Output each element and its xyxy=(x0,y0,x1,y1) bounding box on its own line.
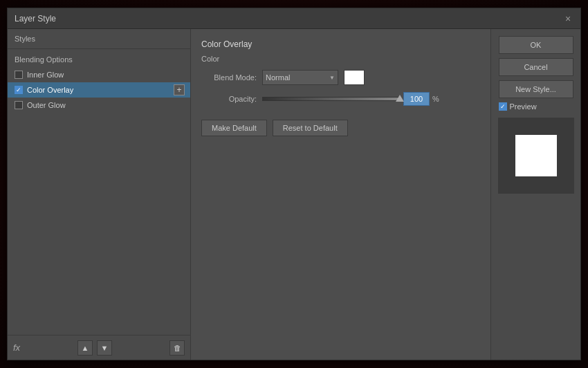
action-buttons-row: Make Default Reset to Default xyxy=(201,120,480,136)
inner-glow-checkbox[interactable] xyxy=(15,71,23,79)
opacity-label: Opacity: xyxy=(201,95,257,103)
ok-button[interactable]: OK xyxy=(499,36,573,54)
dialog-body: Styles Blending Options Inner Glow Color… xyxy=(8,29,580,360)
preview-checkbox[interactable] xyxy=(499,102,507,111)
styles-header: Styles xyxy=(8,29,190,49)
dialog-title: Layer Style xyxy=(15,14,56,24)
opacity-row: Opacity: % xyxy=(201,92,480,106)
make-default-button[interactable]: Make Default xyxy=(201,120,267,136)
section-title: Color Overlay xyxy=(201,39,480,49)
percent-label: % xyxy=(432,95,439,103)
layer-style-dialog: Layer Style × Styles Blending Options In… xyxy=(7,8,581,360)
main-content: Color Overlay Color Blend Mode: Normal ▼… xyxy=(191,29,490,360)
blend-mode-dropdown[interactable]: Normal ▼ xyxy=(262,70,338,85)
right-panel: OK Cancel New Style... Preview xyxy=(490,29,580,360)
left-footer: fx ▲ ▼ 🗑 xyxy=(8,335,190,360)
preview-canvas xyxy=(498,118,574,194)
color-overlay-checkbox[interactable] xyxy=(15,86,23,94)
cancel-button[interactable]: Cancel xyxy=(499,58,573,76)
blend-mode-row: Blend Mode: Normal ▼ xyxy=(201,70,480,85)
sidebar-item-outer-glow[interactable]: Outer Glow xyxy=(8,98,190,113)
inner-glow-label: Inner Glow xyxy=(27,71,64,79)
outer-glow-label: Outer Glow xyxy=(27,101,66,109)
preview-square xyxy=(515,135,557,176)
dropdown-arrow-icon: ▼ xyxy=(329,75,335,81)
move-up-button[interactable]: ▲ xyxy=(77,340,93,356)
close-button[interactable]: × xyxy=(562,13,573,24)
title-bar: Layer Style × xyxy=(8,8,580,29)
sidebar-item-blending-options[interactable]: Blending Options xyxy=(8,52,190,67)
sub-title: Color xyxy=(201,55,480,63)
opacity-slider-container: % xyxy=(262,92,439,106)
preview-row: Preview xyxy=(499,102,573,111)
styles-list: Blending Options Inner Glow Color Overla… xyxy=(8,49,190,335)
sidebar-item-inner-glow[interactable]: Inner Glow xyxy=(8,67,190,82)
left-panel: Styles Blending Options Inner Glow Color… xyxy=(8,29,191,360)
preview-label: Preview xyxy=(510,102,537,111)
blend-mode-value: Normal xyxy=(266,73,290,82)
blending-options-label: Blending Options xyxy=(15,55,73,64)
move-down-button[interactable]: ▼ xyxy=(97,340,112,356)
opacity-slider-thumb[interactable] xyxy=(396,95,404,102)
reset-default-button[interactable]: Reset to Default xyxy=(273,120,348,136)
outer-glow-checkbox[interactable] xyxy=(15,101,23,109)
delete-style-button[interactable]: 🗑 xyxy=(169,340,185,356)
opacity-slider-track[interactable] xyxy=(262,97,401,101)
color-overlay-label: Color Overlay xyxy=(27,86,73,94)
opacity-input[interactable] xyxy=(403,92,430,106)
new-style-button[interactable]: New Style... xyxy=(499,80,573,98)
blend-mode-label: Blend Mode: xyxy=(201,73,257,82)
fx-label: fx xyxy=(13,342,20,353)
color-overlay-add-button[interactable]: + xyxy=(174,84,185,95)
sidebar-item-color-overlay[interactable]: Color Overlay + xyxy=(8,82,190,98)
color-swatch[interactable] xyxy=(344,70,365,85)
